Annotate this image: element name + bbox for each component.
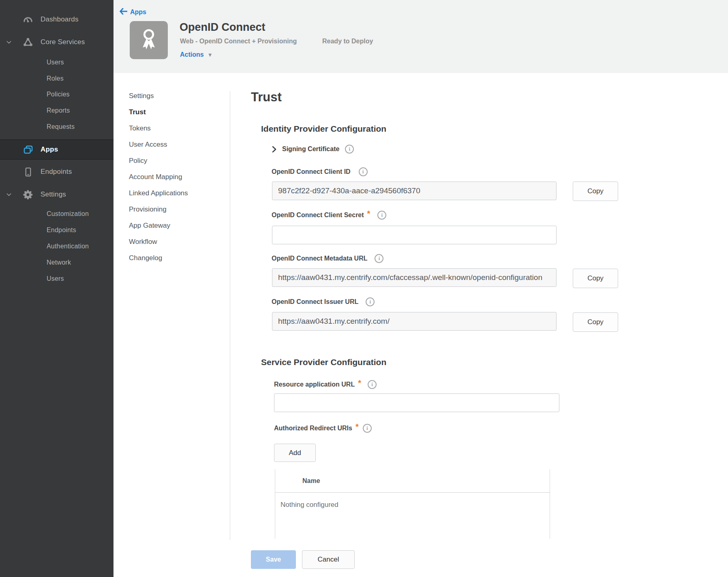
required-asterisk: *	[358, 378, 361, 388]
tab-linked-applications[interactable]: Linked Applications	[129, 185, 214, 201]
sidebar-item-users[interactable]: Users	[0, 55, 113, 70]
actions-dropdown[interactable]: Actions ▼	[180, 51, 213, 58]
redirect-uris-table: Name Nothing configured	[275, 469, 550, 539]
content-divider	[230, 91, 230, 540]
signing-certificate-label: Signing Certificate	[282, 145, 339, 153]
tab-workflow[interactable]: Workflow	[129, 234, 214, 250]
sidebar-item-endpoints[interactable]: Endpoints	[0, 162, 113, 182]
metadata-url-label-row: OpenID Connect Metadata URL	[272, 254, 383, 263]
actions-label: Actions	[180, 51, 204, 58]
sidebar-item-label: Policies	[47, 91, 70, 98]
info-icon[interactable]	[375, 254, 383, 263]
sidebar-item-settings-endpoints[interactable]: Endpoints	[0, 223, 113, 237]
issuer-url-input[interactable]	[272, 312, 557, 331]
app-section-nav: Settings Trust Tokens User Access Policy…	[129, 88, 214, 266]
tab-changelog[interactable]: Changelog	[129, 250, 214, 266]
info-icon[interactable]	[359, 167, 368, 176]
tab-app-gateway[interactable]: App Gateway	[129, 218, 214, 234]
sidebar-item-reports[interactable]: Reports	[0, 103, 113, 118]
sidebar-item-label: Authentication	[47, 243, 89, 250]
client-id-label-row: OpenID Connect Client ID	[272, 167, 368, 176]
redirect-uris-label: Authorized Redirect URIs	[274, 425, 352, 432]
client-secret-label: OpenID Connect Client Secret	[272, 212, 364, 219]
idp-section-title: Identity Provider Configuration	[261, 124, 386, 134]
page-header: Apps OpenID Connect Web - OpenID Connect…	[113, 0, 728, 73]
metadata-url-input[interactable]	[272, 268, 557, 287]
sidebar-item-label: Settings	[41, 190, 66, 199]
client-id-input[interactable]	[272, 182, 557, 200]
sidebar-item-authentication[interactable]: Authentication	[0, 239, 113, 254]
signing-certificate-toggle[interactable]: Signing Certificate	[272, 145, 354, 154]
info-icon[interactable]	[368, 380, 377, 389]
tab-tokens[interactable]: Tokens	[129, 120, 214, 137]
copy-metadata-url-button[interactable]: Copy	[573, 269, 618, 288]
sidebar-item-label: Roles	[47, 75, 64, 82]
save-button[interactable]: Save	[251, 550, 296, 569]
page-title: Trust	[251, 90, 282, 105]
sidebar: Dashboards Core Services Users Roles Pol…	[0, 0, 113, 577]
tab-trust[interactable]: Trust	[129, 104, 214, 120]
sidebar-item-policies[interactable]: Policies	[0, 87, 113, 102]
metadata-url-label: OpenID Connect Metadata URL	[272, 255, 367, 262]
app-title: OpenID Connect	[180, 21, 266, 34]
sidebar-item-settings[interactable]: Settings	[0, 185, 113, 204]
gear-icon	[21, 188, 35, 201]
resource-url-label-row: Resource application URL *	[274, 380, 377, 389]
caret-down-icon: ▼	[208, 52, 213, 58]
sidebar-item-settings-users[interactable]: Users	[0, 271, 113, 286]
chevron-right-icon	[272, 146, 276, 153]
info-icon[interactable]	[377, 211, 386, 220]
core-services-icon	[21, 35, 35, 49]
required-asterisk: *	[355, 422, 359, 432]
tab-settings[interactable]: Settings	[129, 88, 214, 104]
sidebar-item-core-services[interactable]: Core Services	[0, 32, 113, 52]
sidebar-item-label: Dashboards	[41, 15, 79, 24]
back-to-apps-link[interactable]: Apps	[120, 8, 146, 16]
client-secret-input[interactable]	[272, 226, 557, 244]
sidebar-item-label: Users	[47, 59, 64, 66]
sidebar-item-customization[interactable]: Customization	[0, 207, 113, 221]
issuer-url-label: OpenID Connect Issuer URL	[272, 298, 358, 306]
sidebar-item-dashboards[interactable]: Dashboards	[0, 10, 113, 29]
chevron-down-icon	[4, 190, 14, 199]
tab-provisioning[interactable]: Provisioning	[129, 201, 214, 218]
tab-policy[interactable]: Policy	[129, 153, 214, 169]
info-icon[interactable]	[345, 145, 354, 154]
arrow-left-icon	[120, 8, 127, 16]
table-header-name: Name	[275, 469, 550, 493]
sidebar-item-label: Apps	[41, 145, 58, 154]
app-root: Dashboards Core Services Users Roles Pol…	[0, 0, 728, 577]
info-icon[interactable]	[363, 424, 372, 433]
tab-user-access[interactable]: User Access	[129, 137, 214, 153]
sidebar-item-label: Endpoints	[47, 227, 76, 234]
sidebar-item-roles[interactable]: Roles	[0, 71, 113, 86]
resource-url-label: Resource application URL	[274, 381, 355, 388]
back-link-label: Apps	[130, 9, 146, 16]
table-empty-message: Nothing configured	[275, 493, 550, 509]
redirect-uris-label-row: Authorized Redirect URIs *	[274, 423, 372, 433]
mobile-device-icon	[21, 165, 35, 179]
sidebar-item-label: Core Services	[41, 38, 85, 46]
sidebar-item-label: Users	[47, 275, 64, 282]
issuer-url-label-row: OpenID Connect Issuer URL	[272, 297, 375, 306]
copy-client-id-button[interactable]: Copy	[573, 182, 618, 201]
sidebar-item-label: Network	[47, 259, 71, 266]
client-secret-label-row: OpenID Connect Client Secret *	[272, 210, 386, 220]
status-badge: Ready to Deploy	[322, 38, 373, 45]
app-subtitle: Web - OpenID Connect + Provisioning	[180, 38, 297, 45]
copy-issuer-url-button[interactable]: Copy	[573, 312, 618, 332]
sidebar-item-requests[interactable]: Requests	[0, 120, 113, 134]
resource-url-input[interactable]	[274, 393, 559, 412]
certificate-ribbon-icon	[137, 27, 161, 53]
dashboard-gauge-icon	[21, 13, 35, 26]
tab-account-mapping[interactable]: Account Mapping	[129, 169, 214, 185]
sp-section-title: Service Provider Configuration	[261, 357, 386, 367]
apps-icon	[21, 143, 35, 156]
sidebar-item-label: Requests	[47, 123, 75, 130]
cancel-button[interactable]: Cancel	[302, 550, 355, 569]
info-icon[interactable]	[366, 297, 375, 306]
add-redirect-uri-button[interactable]: Add	[274, 444, 316, 462]
sidebar-item-apps[interactable]: Apps	[0, 139, 113, 160]
sidebar-item-network[interactable]: Network	[0, 255, 113, 270]
chevron-down-icon	[4, 37, 14, 47]
